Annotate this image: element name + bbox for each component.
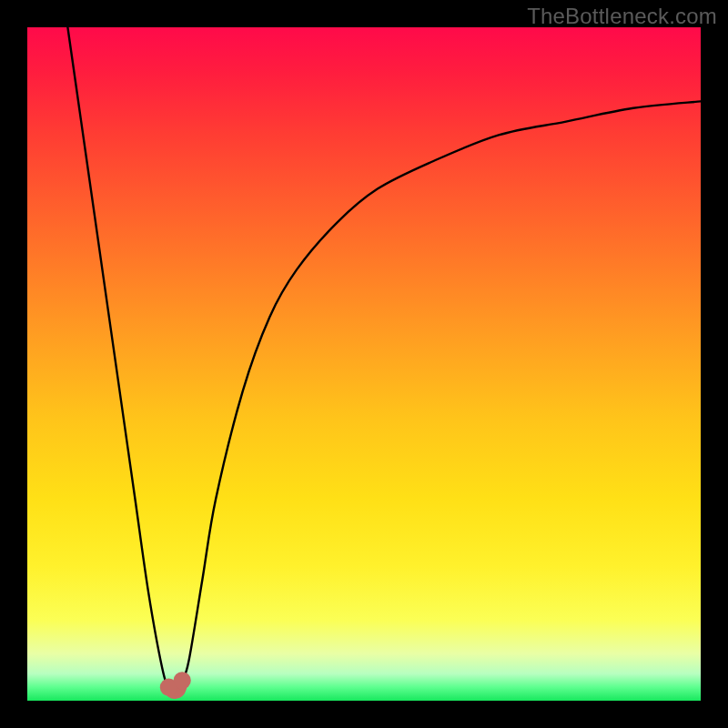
plot-area — [27, 27, 701, 701]
bottleneck-curve — [67, 27, 701, 689]
trough-endpoint-marker — [174, 672, 191, 689]
watermark-label: TheBottleneck.com — [527, 4, 717, 29]
chart-frame: TheBottleneck.com — [0, 0, 728, 728]
curve-layer — [27, 27, 701, 701]
